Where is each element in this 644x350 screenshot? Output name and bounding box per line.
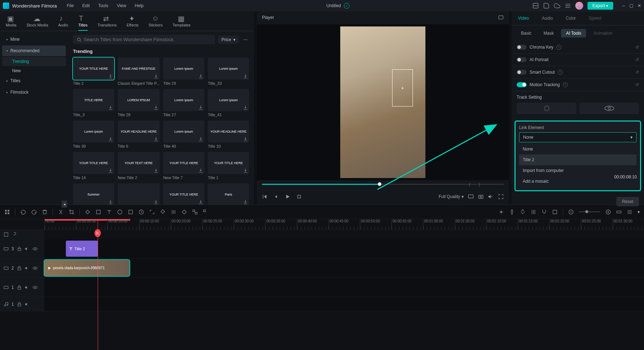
- link-element-dropdown[interactable]: None▾: [519, 132, 636, 142]
- render-icon[interactable]: [498, 209, 504, 215]
- adjust-icon[interactable]: [128, 209, 133, 215]
- media-tab-templates[interactable]: ▦Templates: [172, 14, 190, 31]
- menu-view[interactable]: View: [117, 3, 126, 8]
- text-icon[interactable]: [106, 209, 112, 215]
- title-card[interactable]: YOUR TITLE HERETitle 14: [73, 152, 114, 180]
- visibility-icon[interactable]: [33, 266, 38, 271]
- mixer-icon[interactable]: [531, 209, 536, 215]
- info-icon[interactable]: ?: [563, 82, 568, 87]
- link-icon[interactable]: [117, 209, 123, 215]
- title-card[interactable]: YOUR TITLE HERE: [163, 183, 204, 204]
- price-filter[interactable]: Price▾: [218, 35, 239, 44]
- toggle[interactable]: [517, 70, 527, 75]
- subtab-basic[interactable]: Basic: [516, 29, 536, 38]
- search-input[interactable]: [84, 37, 211, 42]
- subtab-ai-tools[interactable]: AI Tools: [561, 29, 586, 38]
- redo-icon[interactable]: [31, 209, 37, 215]
- zoom-slider[interactable]: [579, 211, 600, 212]
- sidebar-subitem-new[interactable]: New: [2, 66, 66, 75]
- speed-tool-icon[interactable]: [138, 209, 144, 215]
- link-tracks-icon[interactable]: [11, 232, 16, 237]
- lock-icon[interactable]: [17, 302, 22, 307]
- ungroup-icon[interactable]: [203, 209, 209, 215]
- zoom-in-icon[interactable]: [605, 209, 611, 215]
- video-clip[interactable]: pexels-vlada-karpovich-9968971: [44, 260, 130, 276]
- toggle[interactable]: [517, 45, 527, 50]
- maximize-icon[interactable]: ▢: [629, 3, 633, 8]
- link-option[interactable]: Title 2: [519, 154, 636, 165]
- mute-icon[interactable]: [25, 266, 30, 271]
- media-tab-audio[interactable]: ♪Audio: [58, 14, 68, 31]
- close-icon[interactable]: ✕: [638, 3, 641, 8]
- zoom-out-icon[interactable]: [568, 209, 574, 215]
- title-card[interactable]: Lorem ipsumTitle_33: [208, 58, 249, 85]
- split-icon[interactable]: [58, 209, 64, 215]
- title-card[interactable]: YOUR HEADLINE HERETitle 10: [208, 120, 249, 148]
- grid-icon[interactable]: [4, 209, 10, 215]
- title-card[interactable]: Lorem IpsumTitle 27: [163, 89, 204, 117]
- keyframe-icon[interactable]: [181, 209, 187, 215]
- save-icon[interactable]: [543, 3, 550, 9]
- tab-video[interactable]: Video: [512, 11, 535, 25]
- media-tab-titles[interactable]: TTitles: [78, 14, 88, 31]
- step-back-icon[interactable]: [273, 194, 279, 199]
- title-card[interactable]: [118, 183, 160, 204]
- menu-help[interactable]: Help: [135, 3, 144, 8]
- fullscreen-icon[interactable]: [498, 194, 504, 199]
- export-button[interactable]: Export ▾: [587, 2, 614, 10]
- sidebar-item-titles[interactable]: Titles: [2, 75, 66, 86]
- title-card[interactable]: Lorem ipsumTitle_41: [208, 89, 249, 117]
- track-dropdown-icon[interactable]: ▾: [638, 209, 640, 215]
- prev-frame-icon[interactable]: [262, 194, 268, 199]
- title-card[interactable]: Lorem ipsumTitle 40: [163, 120, 204, 148]
- align-icon[interactable]: [171, 209, 176, 215]
- paint-icon[interactable]: [160, 209, 166, 215]
- visibility-icon[interactable]: [33, 246, 38, 251]
- player-settings-icon[interactable]: [498, 15, 504, 21]
- title-card[interactable]: YOUR TITLE HERETitle 1: [208, 152, 249, 180]
- quality-dropdown[interactable]: Full Quality▾: [439, 194, 464, 199]
- search-box[interactable]: [73, 35, 215, 44]
- player-viewport[interactable]: [257, 24, 509, 180]
- motion-tracking-box[interactable]: [392, 69, 413, 107]
- group-icon[interactable]: [192, 209, 198, 215]
- add-track-icon[interactable]: [4, 232, 9, 237]
- title-card[interactable]: FAME AND PRESTIGEClassic Elegant Title P…: [118, 58, 160, 85]
- more-icon[interactable]: ⋯: [242, 36, 249, 44]
- collapse-sidebar-icon[interactable]: ◂: [62, 201, 67, 208]
- playhead[interactable]: [98, 219, 98, 350]
- timeline-ruler[interactable]: 00:0000:00:05:0000:00:10:0000:00:15:0000…: [0, 219, 644, 230]
- menu-icon[interactable]: [565, 3, 571, 9]
- sidebar-item-recommended[interactable]: Recommended: [2, 45, 66, 56]
- display-icon[interactable]: [468, 194, 474, 199]
- title-card[interactable]: YOUR HEADLINE HERETitle 6: [118, 120, 160, 148]
- cloud-icon[interactable]: [554, 3, 560, 9]
- menu-tools[interactable]: Tools: [98, 3, 108, 8]
- reset-icon[interactable]: ↺: [635, 45, 639, 50]
- info-icon[interactable]: ?: [556, 45, 561, 50]
- magnet-icon[interactable]: [541, 209, 547, 215]
- title-card[interactable]: YOUR TITLE HERENew Title 7: [163, 152, 204, 180]
- link-option[interactable]: None: [519, 144, 636, 154]
- sidebar-item-mine[interactable]: Mine: [2, 34, 66, 45]
- expand-icon[interactable]: [149, 209, 155, 215]
- sidebar-item-filmstock[interactable]: Filmstock: [2, 87, 66, 98]
- menu-edit[interactable]: Edit: [82, 3, 90, 8]
- media-tab-stock-media[interactable]: ☁Stock Media: [26, 14, 48, 31]
- playhead-handle[interactable]: [94, 229, 101, 237]
- menu-file[interactable]: File: [67, 3, 74, 8]
- title-card[interactable]: Lorem IpsumTitle 29: [163, 58, 204, 85]
- title-card[interactable]: YOUR TITLE HERETitle 2: [73, 58, 114, 85]
- title-clip[interactable]: Title 2: [66, 241, 98, 257]
- toggle[interactable]: [517, 82, 527, 87]
- toggle[interactable]: [517, 57, 527, 62]
- volume-icon[interactable]: [488, 194, 494, 199]
- reset-icon[interactable]: ↺: [635, 82, 639, 87]
- tab-audio[interactable]: Audio: [535, 11, 559, 25]
- media-tab-transitions[interactable]: ⇄Transitions: [98, 14, 117, 31]
- title-card[interactable]: YOUR TEXT HERENew Title 2: [118, 152, 160, 180]
- subtab-mask[interactable]: Mask: [538, 29, 559, 38]
- media-tab-effects[interactable]: ✦Effects: [127, 14, 138, 31]
- title-card[interactable]: Lorem ipsumTitle 39: [73, 120, 114, 148]
- undo-icon[interactable]: [20, 209, 26, 215]
